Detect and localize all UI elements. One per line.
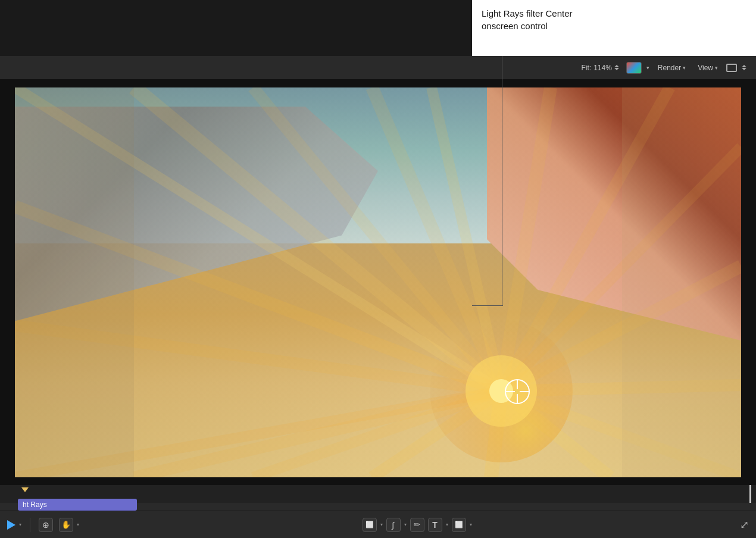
bottom-toolbar: ▾ ⊕ ✋ ▾ ⬜ ▾ ∫ ▾ ✏ T ▾ ⬜ ▾ ⤢ — [0, 511, 756, 538]
hand-tool-group: ✋ ▾ — [59, 518, 79, 532]
playback-controls: ▾ — [7, 520, 21, 530]
light-rays-center-control[interactable] — [505, 379, 530, 404]
expand-button[interactable]: ⤢ — [740, 518, 749, 531]
clip-label-text: ht Rays — [23, 501, 47, 509]
play-button[interactable] — [7, 520, 15, 530]
render-chevron: ▾ — [683, 65, 686, 71]
text-chevron[interactable]: ▾ — [446, 522, 448, 527]
video-canvas — [0, 80, 756, 484]
bezier-chevron[interactable]: ▾ — [404, 522, 407, 527]
top-toolbar: Fit: 114% ▾ Render ▾ View ▾ — [0, 56, 756, 80]
shape-tool[interactable]: ⬜ — [452, 518, 466, 532]
crosshair-inner-dot — [515, 389, 520, 394]
text-tool[interactable]: T — [428, 518, 442, 532]
crop-tool[interactable]: ⬜ — [363, 518, 377, 532]
shape-chevron[interactable]: ▾ — [470, 522, 472, 527]
playhead-marker[interactable] — [21, 487, 29, 492]
separator-1 — [30, 518, 30, 532]
monitor-stepper[interactable] — [742, 65, 749, 70]
callout-line-vertical — [502, 56, 502, 306]
orbit-tool[interactable]: ⊕ — [39, 518, 53, 532]
fit-label: Fit: — [581, 64, 591, 72]
transform-tool-group: ⊕ — [39, 518, 53, 532]
annotation-text-line2: onscreen control — [482, 20, 746, 32]
fit-control[interactable]: Fit: 114% — [581, 64, 621, 72]
render-label: Render — [658, 64, 681, 72]
fit-stepper[interactable] — [614, 65, 621, 70]
crosshair-circle — [505, 379, 530, 404]
play-chevron[interactable]: ▾ — [19, 522, 21, 527]
crop-chevron[interactable]: ▾ — [380, 522, 383, 527]
hand-chevron[interactable]: ▾ — [77, 522, 79, 527]
monitor-up-arrow[interactable] — [742, 65, 746, 67]
annotation-text: Light Rays filter Center — [482, 7, 746, 20]
center-tools: ⬜ ▾ ∫ ▾ ✏ T ▾ ⬜ ▾ — [363, 518, 472, 532]
color-picker-button[interactable] — [626, 62, 642, 74]
view-chevron: ▾ — [715, 65, 718, 71]
blur-overlay — [15, 87, 741, 477]
pen-tool[interactable]: ✏ — [410, 518, 424, 532]
fit-up-arrow[interactable] — [614, 65, 619, 67]
track-end-marker — [749, 485, 751, 503]
annotation-box: Light Rays filter Center onscreen contro… — [472, 0, 756, 56]
render-button[interactable]: Render ▾ — [654, 62, 689, 74]
hand-tool[interactable]: ✋ — [59, 518, 73, 532]
fit-down-arrow[interactable] — [614, 68, 619, 70]
clip-label[interactable]: ht Rays — [18, 499, 137, 511]
video-frame — [15, 87, 741, 477]
view-label: View — [698, 64, 713, 72]
bezier-tool[interactable]: ∫ — [386, 518, 401, 532]
callout-line-horizontal — [472, 305, 503, 306]
fit-value: 114% — [593, 64, 612, 72]
monitor-down-arrow[interactable] — [742, 68, 746, 70]
monitor-icon[interactable] — [726, 64, 737, 72]
color-picker-chevron[interactable]: ▾ — [646, 65, 649, 71]
view-button[interactable]: View ▾ — [694, 62, 721, 74]
